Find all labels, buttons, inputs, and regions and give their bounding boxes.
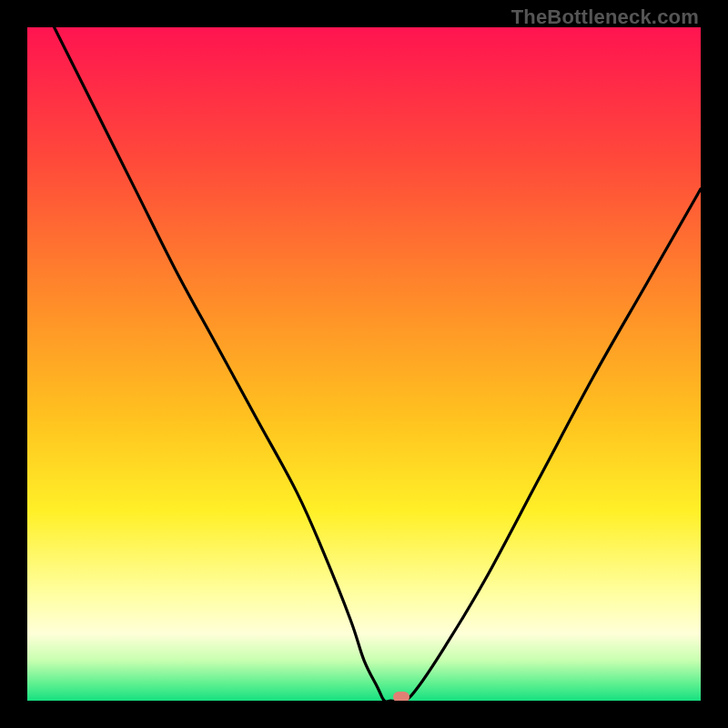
bottleneck-curve xyxy=(27,27,701,701)
optimum-marker xyxy=(393,692,410,701)
plot-area xyxy=(27,27,701,701)
attribution-label: TheBottleneck.com xyxy=(511,5,699,29)
chart-frame: TheBottleneck.com xyxy=(0,0,728,728)
